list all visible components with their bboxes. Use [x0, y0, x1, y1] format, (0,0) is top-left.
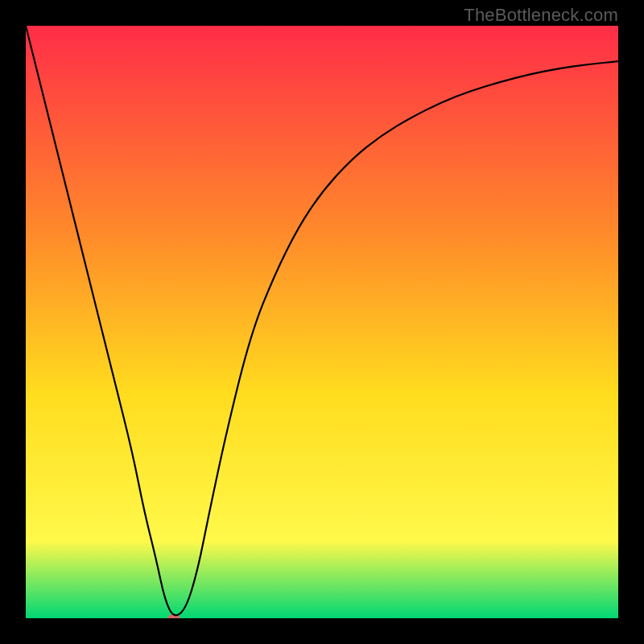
gradient-background: [26, 26, 618, 618]
watermark-text: TheBottleneck.com: [464, 5, 618, 26]
chart-frame: [26, 26, 618, 618]
bottleneck-chart: [26, 26, 618, 618]
